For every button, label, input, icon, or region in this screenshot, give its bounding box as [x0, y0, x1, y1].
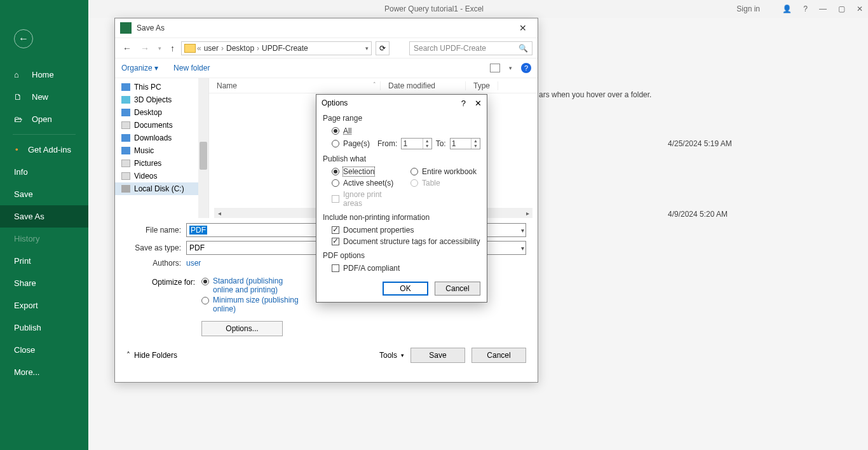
- pdfa-checkbox[interactable]: [332, 264, 339, 272]
- tools-menu[interactable]: Tools ▾: [379, 351, 404, 360]
- share-icon[interactable]: 👤: [782, 4, 792, 13]
- breadcrumb-updf[interactable]: UPDF-Create: [261, 44, 309, 53]
- refresh-button[interactable]: ⟳: [376, 41, 390, 55]
- view-icon[interactable]: [490, 64, 500, 72]
- col-date[interactable]: Date modified: [381, 81, 466, 90]
- sidebar-item-close[interactable]: Close: [0, 339, 88, 361]
- docprops-checkbox[interactable]: [332, 226, 339, 234]
- spin-down-icon[interactable]: ▼: [423, 144, 431, 149]
- ignore-checkbox: [332, 195, 339, 203]
- optimize-label: Optimize for:: [126, 276, 195, 336]
- authors-label: Authors:: [126, 259, 181, 268]
- pictures-icon: [121, 160, 130, 167]
- sidebar-item-save[interactable]: Save: [0, 183, 88, 205]
- breadcrumb-user[interactable]: user: [203, 44, 220, 53]
- from-spinner[interactable]: 1▲▼: [401, 138, 431, 149]
- close-icon[interactable]: ✕: [857, 4, 863, 13]
- maximize-icon[interactable]: ▢: [838, 4, 845, 13]
- documents-icon: [121, 121, 130, 129]
- hide-folders-button[interactable]: ˄Hide Folders: [126, 351, 177, 360]
- scroll-left-icon[interactable]: ◂: [214, 210, 224, 217]
- nav-up-icon[interactable]: ↑: [168, 43, 177, 53]
- options-cancel-button[interactable]: Cancel: [435, 282, 480, 296]
- savetype-dropdown-icon[interactable]: ▾: [521, 245, 524, 252]
- saveas-close-icon[interactable]: ✕: [513, 23, 532, 33]
- sidebar-item-saveas[interactable]: Save As: [0, 205, 88, 228]
- save-button[interactable]: Save: [410, 348, 465, 363]
- help-icon[interactable]: ?: [521, 63, 531, 73]
- search-input[interactable]: Search UPDF-Create 🔍: [409, 41, 532, 55]
- sidebar-item-home[interactable]: ⌂Home: [0, 64, 88, 86]
- newfolder-button[interactable]: New folder: [173, 64, 210, 72]
- tags-label: Document structure tags for accessibilit…: [343, 237, 480, 246]
- address-bar[interactable]: « user › Desktop › UPDF-Create ▾: [181, 41, 372, 55]
- sidebar-item-addins[interactable]: Get Add-ins: [0, 139, 88, 161]
- pages-radio[interactable]: [332, 140, 339, 147]
- tree-item-downloads[interactable]: Downloads: [115, 132, 208, 144]
- authors-value[interactable]: user: [186, 259, 201, 268]
- tree-item-pictures[interactable]: Pictures: [115, 157, 208, 170]
- table-radio: [410, 179, 418, 187]
- options-button[interactable]: Options...: [201, 321, 283, 336]
- spin-down-icon[interactable]: ▼: [471, 144, 480, 149]
- col-type[interactable]: Type: [466, 81, 498, 90]
- options-close-icon[interactable]: ✕: [475, 99, 482, 108]
- tree-scrollbar[interactable]: [198, 78, 208, 218]
- chevron-down-icon[interactable]: ▾: [365, 45, 369, 51]
- tree-item-videos[interactable]: Videos: [115, 170, 208, 182]
- desktop-icon: [121, 109, 130, 116]
- back-button[interactable]: ←: [14, 29, 33, 48]
- all-radio[interactable]: [332, 127, 339, 135]
- optimize-minimum-radio[interactable]: [201, 297, 209, 304]
- optimize-standard-radio[interactable]: [201, 278, 209, 285]
- help-icon[interactable]: ?: [803, 4, 808, 13]
- organize-menu[interactable]: Organize ▾: [121, 64, 158, 72]
- sidebar-item-open[interactable]: 🗁Open: [0, 108, 88, 130]
- tree-item-documents[interactable]: Documents: [115, 119, 208, 132]
- tree-item-thispc[interactable]: This PC: [115, 81, 208, 93]
- docprops-label: Document properties: [343, 226, 414, 235]
- nav-back-icon[interactable]: ←: [120, 43, 134, 53]
- tags-checkbox[interactable]: [332, 238, 339, 245]
- filename-dropdown-icon[interactable]: ▾: [521, 227, 524, 234]
- tree-item-desktop[interactable]: Desktop: [115, 106, 208, 119]
- sidebar-item-info[interactable]: Info: [0, 161, 88, 183]
- sidebar-item-export[interactable]: Export: [0, 294, 88, 317]
- ignore-label: Ignore print areas: [343, 190, 402, 208]
- tree-item-music[interactable]: Music: [115, 144, 208, 157]
- spin-up-icon[interactable]: ▲: [423, 139, 431, 144]
- nav-forward-icon: →: [138, 43, 152, 53]
- spin-up-icon[interactable]: ▲: [471, 139, 480, 144]
- sidebar-label: Print: [14, 256, 31, 266]
- active-radio[interactable]: [332, 179, 339, 187]
- breadcrumb-desktop[interactable]: Desktop: [225, 44, 255, 53]
- scroll-right-icon[interactable]: ▸: [522, 210, 532, 217]
- signin-link[interactable]: Sign in: [736, 4, 760, 13]
- sidebar-label: Open: [32, 114, 52, 124]
- cancel-button[interactable]: Cancel: [471, 348, 526, 363]
- sidebar-item-publish[interactable]: Publish: [0, 317, 88, 339]
- file-header: Name˄ Date modified Type: [209, 78, 538, 93]
- nav-down-icon[interactable]: ▾: [156, 45, 164, 51]
- col-name[interactable]: Name˄: [209, 81, 381, 90]
- minimize-icon[interactable]: —: [819, 4, 827, 13]
- page-range-label: Page range: [323, 114, 480, 123]
- filename-label: File name:: [126, 226, 181, 235]
- sidebar-label: New: [32, 92, 48, 102]
- sidebar-item-history: History: [0, 228, 88, 250]
- sidebar-item-new[interactable]: 🗋New: [0, 86, 88, 108]
- entire-radio[interactable]: [410, 168, 418, 175]
- tree-item-3dobjects[interactable]: 3D Objects: [115, 93, 208, 106]
- sidebar-item-share[interactable]: Share: [0, 272, 88, 294]
- to-spinner[interactable]: 1▲▼: [450, 138, 480, 149]
- pdfoptions-label: PDF options: [323, 251, 480, 260]
- chevron-down-icon[interactable]: ▾: [509, 65, 512, 71]
- options-help-icon[interactable]: ?: [461, 99, 466, 108]
- savetype-value: PDF: [189, 243, 205, 252]
- sidebar-item-print[interactable]: Print: [0, 250, 88, 272]
- ok-button[interactable]: OK: [383, 282, 428, 296]
- tree-item-localdisk[interactable]: Local Disk (C:)▾: [115, 182, 208, 195]
- tree-scrollthumb[interactable]: [200, 142, 207, 170]
- sidebar-item-more[interactable]: More...: [0, 361, 88, 383]
- selection-radio[interactable]: [332, 168, 339, 175]
